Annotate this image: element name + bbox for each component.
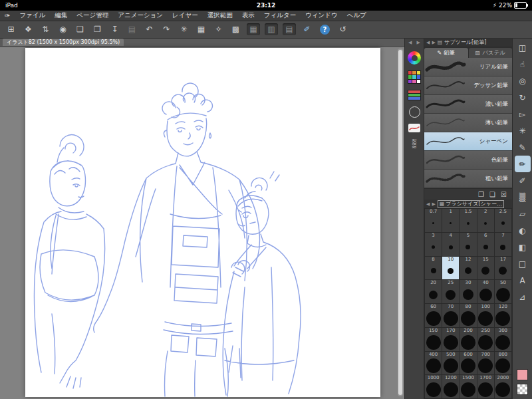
brush-texture-icon[interactable]: ≈ ≈ ≈ bbox=[412, 138, 417, 148]
sub-color-swatch[interactable] bbox=[517, 369, 528, 380]
panel-toggle-icon[interactable]: ◫ bbox=[515, 39, 531, 56]
brush-size-option[interactable]: 1.5 bbox=[460, 209, 476, 232]
blend-tool-icon[interactable]: ◐ bbox=[515, 222, 531, 239]
swap-subtool-icon[interactable]: ⇅ bbox=[38, 23, 53, 36]
airbrush-tool-icon[interactable]: ▒ bbox=[515, 189, 531, 205]
tab-パステル[interactable]: ▨ パステル bbox=[469, 48, 513, 58]
brush-item[interactable]: 薄い鉛筆 bbox=[424, 114, 512, 132]
brush-size-option[interactable]: 30 bbox=[460, 280, 476, 303]
brush-size-option[interactable]: 7 bbox=[495, 233, 511, 256]
eraser-tool-icon[interactable]: ▱ bbox=[515, 205, 531, 222]
brush-size-option[interactable]: 400 bbox=[425, 352, 442, 375]
export-file-icon[interactable]: ▤ bbox=[124, 23, 140, 36]
menu-item[interactable]: 表示 bbox=[237, 11, 259, 20]
figure-tool-icon[interactable]: □ bbox=[515, 255, 531, 272]
color-slider-icon[interactable] bbox=[408, 90, 421, 100]
brush-item[interactable]: 粗い鉛筆 bbox=[424, 170, 512, 188]
panel-prev-icon[interactable]: ◀ bbox=[426, 40, 430, 45]
text-tool-icon[interactable]: A bbox=[515, 272, 531, 289]
menu-item[interactable]: アニメーション bbox=[113, 11, 168, 20]
rotate-canvas-tool-icon[interactable]: ↻ bbox=[515, 89, 531, 106]
brush-size-option[interactable]: 17 bbox=[495, 257, 511, 280]
brush-size-option[interactable]: 150 bbox=[425, 328, 442, 351]
brush-size-option[interactable]: 2000 bbox=[495, 375, 511, 398]
ruler-tool-icon[interactable]: ⊿ bbox=[515, 289, 531, 305]
brush-size-option[interactable]: 300 bbox=[495, 328, 511, 351]
workspace-grid-icon[interactable]: ⊞ bbox=[3, 23, 19, 36]
brush-size-option[interactable]: 2 bbox=[477, 209, 494, 232]
brush-size-option[interactable]: 4 bbox=[442, 233, 459, 256]
copy-subtool-icon[interactable]: ❐ bbox=[478, 191, 484, 198]
brush-size-option[interactable]: 6 bbox=[477, 233, 494, 256]
brush-size-option[interactable]: 1 bbox=[442, 209, 459, 232]
brush-size-option[interactable]: 0.7 bbox=[425, 209, 442, 232]
transform-icon[interactable]: ▩ bbox=[228, 23, 243, 36]
pen-tool-icon[interactable]: ✎ bbox=[515, 139, 531, 156]
column-prev-icon[interactable]: ◀ bbox=[408, 40, 412, 45]
clip-studio-launch-icon[interactable]: ◉ bbox=[55, 23, 70, 36]
size-panel-next-icon[interactable]: ▶ bbox=[432, 201, 435, 207]
brush-tool-icon[interactable]: ✐ bbox=[515, 172, 531, 189]
brush-size-option[interactable]: 170 bbox=[442, 328, 459, 351]
redo-icon[interactable]: ↷ bbox=[159, 23, 174, 36]
brush-size-option[interactable]: 800 bbox=[495, 352, 511, 375]
brush-size-option[interactable]: 3 bbox=[425, 233, 442, 256]
delete-subtool-icon[interactable]: ☒ bbox=[501, 191, 507, 198]
save-file-icon[interactable]: ↧ bbox=[107, 23, 122, 36]
brush-size-option[interactable]: 12 bbox=[460, 257, 476, 280]
menu-item[interactable]: フィルター bbox=[259, 11, 301, 20]
new-file-icon[interactable]: ❏ bbox=[72, 23, 88, 36]
brush-size-option[interactable]: 10 bbox=[442, 257, 459, 280]
brush-item[interactable]: 色鉛筆 bbox=[424, 151, 512, 170]
tab-鉛筆[interactable]: ✎ 鉛筆 bbox=[424, 48, 468, 58]
brush-size-option[interactable]: 120 bbox=[495, 304, 511, 327]
reset-view-icon[interactable]: ↺ bbox=[335, 23, 350, 36]
document-tab[interactable]: イラスト82 (1500 x 1500px 300dpi 95.5%) bbox=[3, 39, 124, 46]
clip-studio-logo-icon[interactable]: ✑ bbox=[5, 12, 10, 19]
gradient-curve-icon[interactable] bbox=[408, 124, 420, 132]
drawing-canvas[interactable] bbox=[25, 48, 380, 397]
view-toggle-3-icon[interactable]: ▤ bbox=[283, 23, 296, 35]
brush-size-option[interactable]: 500 bbox=[442, 352, 459, 375]
snap-special-ruler-icon[interactable]: ▦ bbox=[194, 23, 209, 36]
menu-item[interactable]: 選択範囲 bbox=[203, 11, 237, 20]
fill-tool-icon[interactable]: ◧ bbox=[515, 239, 531, 255]
brush-item[interactable]: リアル鉛筆 bbox=[424, 58, 512, 76]
brush-size-option[interactable]: 8 bbox=[425, 257, 442, 280]
touch-gesture-icon[interactable]: ✐ bbox=[299, 23, 315, 36]
brush-size-option[interactable]: 1200 bbox=[442, 375, 459, 398]
color-wheel-icon[interactable] bbox=[408, 51, 421, 65]
menu-item[interactable]: レイヤー bbox=[168, 11, 203, 20]
brush-size-option[interactable]: 1000 bbox=[425, 375, 442, 398]
brush-size-option[interactable]: 100 bbox=[477, 304, 494, 327]
brush-item[interactable]: 濃い鉛筆 bbox=[424, 95, 512, 114]
brush-size-option[interactable]: 50 bbox=[495, 280, 511, 303]
brush-size-option[interactable]: 1700 bbox=[477, 375, 494, 398]
brush-size-option[interactable]: 40 bbox=[477, 280, 494, 303]
snap-grid-icon[interactable]: ✧ bbox=[211, 23, 226, 36]
brush-size-option[interactable]: 2.5 bbox=[495, 209, 511, 232]
brush-size-option[interactable]: 70 bbox=[442, 304, 459, 327]
menu-item[interactable]: ヘルプ bbox=[342, 11, 371, 20]
brush-size-option[interactable]: 5 bbox=[460, 233, 476, 256]
brush-size-option[interactable]: 15 bbox=[477, 257, 494, 280]
brush-size-option[interactable]: 250 bbox=[477, 328, 494, 351]
brush-size-option[interactable]: 25 bbox=[442, 280, 459, 303]
brush-size-option[interactable]: 60 bbox=[425, 304, 442, 327]
size-panel-prev-icon[interactable]: ◀ bbox=[426, 201, 430, 207]
select-tool-icon[interactable]: ▻ bbox=[515, 106, 531, 122]
color-set-icon[interactable] bbox=[408, 70, 421, 84]
canvas-vertical-scrollbar[interactable] bbox=[398, 49, 403, 396]
zoom-tool-icon[interactable]: ◎ bbox=[515, 72, 531, 89]
scrollbar-thumb[interactable] bbox=[398, 50, 402, 395]
brush-item[interactable]: デッサン鉛筆 bbox=[424, 76, 512, 95]
brush-size-option[interactable]: 700 bbox=[477, 352, 494, 375]
menu-item[interactable]: ページ管理 bbox=[72, 11, 113, 20]
view-toggle-1-icon[interactable]: ▦ bbox=[247, 23, 260, 35]
open-file-icon[interactable]: ❐ bbox=[90, 23, 105, 36]
brush-size-option[interactable]: 20 bbox=[425, 280, 442, 303]
brush-size-option[interactable]: 200 bbox=[460, 328, 476, 351]
pencil-tool-icon[interactable]: ✏ bbox=[515, 156, 531, 172]
wand-tool-icon[interactable]: ✳ bbox=[515, 122, 531, 139]
brush-item[interactable]: シャーペン bbox=[424, 132, 512, 151]
